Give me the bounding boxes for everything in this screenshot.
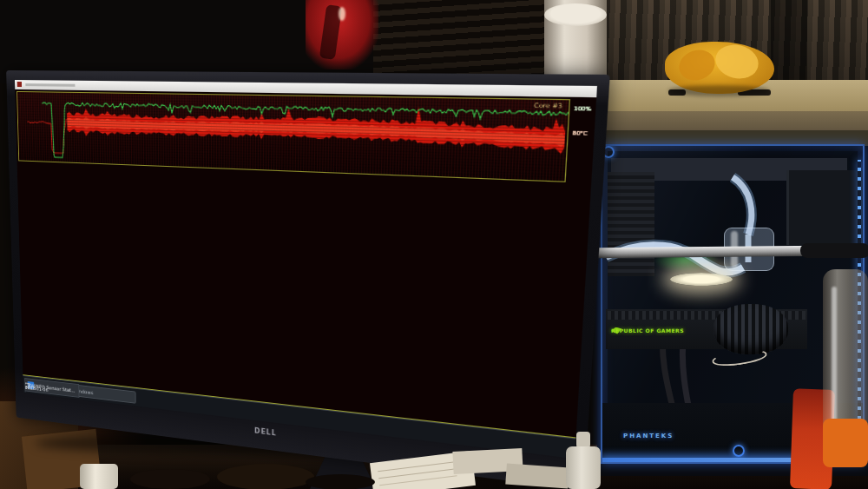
dell-monitor: DELL Core #0100%80°CCore #1100%80°CCore … bbox=[15, 80, 597, 459]
cloth-shadow bbox=[668, 85, 769, 96]
photo-scene: REPUBLIC OF GAMERS PHANTEKS DELL bbox=[0, 0, 868, 489]
window-icon bbox=[17, 82, 22, 87]
phanteks-logo: PHANTEKS bbox=[623, 433, 674, 439]
led-ring bbox=[733, 445, 745, 457]
bottle-highlight bbox=[832, 287, 837, 426]
window-title-text bbox=[25, 83, 75, 87]
desk-clutter bbox=[217, 464, 314, 489]
desk-clutter bbox=[306, 474, 375, 489]
show-desktop-button[interactable] bbox=[24, 378, 27, 393]
monitor-screen: Core #0100%80°CCore #1100%80°CCore #2100… bbox=[15, 80, 597, 459]
core-label: Core #3 bbox=[534, 102, 562, 109]
rod-handle bbox=[800, 243, 868, 258]
desk-clutter bbox=[130, 469, 210, 489]
pill-bottle bbox=[80, 464, 118, 489]
dropper-bottle bbox=[566, 446, 601, 489]
cable-glint bbox=[339, 7, 345, 21]
chart-panel: Core #3 bbox=[16, 91, 570, 182]
pump-ribbed-top bbox=[713, 304, 788, 354]
paper-sheet bbox=[505, 464, 569, 489]
load-axis-label: 100% bbox=[574, 105, 591, 111]
bottle-orange-liquid bbox=[823, 419, 868, 467]
temp-axis-label: 80°C bbox=[573, 130, 588, 136]
interior-light bbox=[670, 273, 733, 286]
rog-logo-text: REPUBLIC OF GAMERS bbox=[611, 327, 684, 334]
paper-towel-roll-top bbox=[544, 3, 607, 26]
